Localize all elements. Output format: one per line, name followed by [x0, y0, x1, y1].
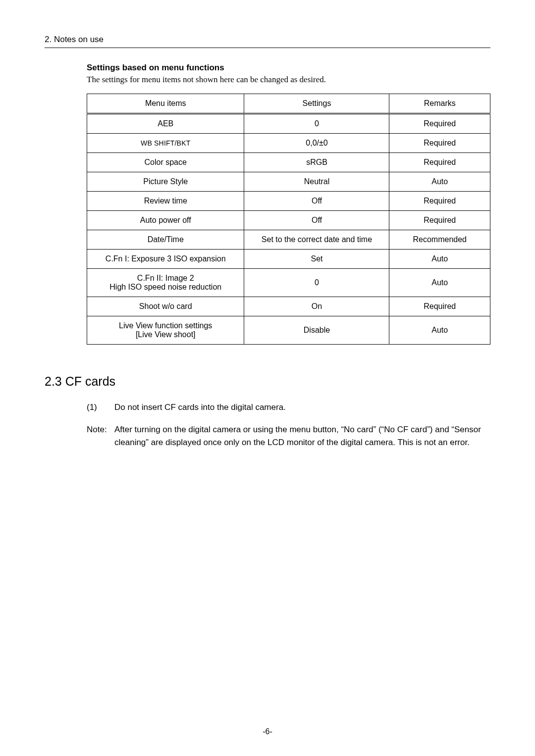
numbered-item: (1) Do not insert CF cards into the digi… — [87, 403, 490, 412]
cell-setting: Off — [244, 211, 389, 230]
item-text: Do not insert CF cards into the digital … — [114, 403, 286, 412]
cell-menu: Review time — [87, 192, 244, 211]
cell-menu: Live View function settings[Live View sh… — [87, 316, 244, 345]
table-row: Date/Time Set to the correct date and ti… — [87, 230, 490, 250]
table-row: C.Fn I: Exposure 3 ISO expansion Set Aut… — [87, 250, 490, 269]
cell-remark: Auto — [389, 269, 490, 297]
table-row: Auto power off Off Required — [87, 211, 490, 230]
cell-setting: sRGB — [244, 153, 389, 172]
cell-remark: Auto — [389, 316, 490, 345]
settings-table: Menu items Settings Remarks AEB 0 Requir… — [87, 94, 490, 345]
cell-setting: 0 — [244, 114, 389, 134]
table-row: Color space sRGB Required — [87, 153, 490, 172]
col-header-remarks: Remarks — [389, 94, 490, 114]
cell-menu: Date/Time — [87, 230, 244, 250]
cell-remark: Auto — [389, 250, 490, 269]
table-row: Shoot w/o card On Required — [87, 297, 490, 316]
table-row: AEB 0 Required — [87, 114, 490, 134]
cell-setting: Set to the correct date and time — [244, 230, 389, 250]
cell-menu: C.Fn I: Exposure 3 ISO expansion — [87, 250, 244, 269]
item-number: (1) — [87, 403, 114, 412]
cell-setting: Disable — [244, 316, 389, 345]
cell-remark: Required — [389, 153, 490, 172]
header-rule — [45, 48, 490, 48]
cell-remark: Required — [389, 134, 490, 153]
note-text: After turning on the digital camera or u… — [114, 423, 490, 449]
cell-menu: Auto power off — [87, 211, 244, 230]
note-label: Note: — [87, 423, 114, 449]
page-number-footer: -6- — [0, 727, 535, 736]
cell-remark: Auto — [389, 172, 490, 192]
col-header-settings: Settings — [244, 94, 389, 114]
cell-menu-text: WB SHIFT/BKT — [141, 139, 190, 147]
cell-menu: WB SHIFT/BKT — [87, 134, 244, 153]
cell-remark: Required — [389, 114, 490, 134]
col-header-menu-items: Menu items — [87, 94, 244, 114]
cell-setting: On — [244, 297, 389, 316]
cell-setting: Set — [244, 250, 389, 269]
cell-remark: Required — [389, 297, 490, 316]
table-row: WB SHIFT/BKT 0,0/±0 Required — [87, 134, 490, 153]
note-block: Note: After turning on the digital camer… — [87, 423, 490, 449]
table-row: Live View function settings[Live View sh… — [87, 316, 490, 345]
cell-setting: Neutral — [244, 172, 389, 192]
section-description: The settings for menu items not shown he… — [87, 75, 490, 85]
cell-menu: Shoot w/o card — [87, 297, 244, 316]
cell-remark: Recommended — [389, 230, 490, 250]
table-row: Picture Style Neutral Auto — [87, 172, 490, 192]
cell-setting: Off — [244, 192, 389, 211]
cell-menu: AEB — [87, 114, 244, 134]
cell-menu: Picture Style — [87, 172, 244, 192]
section-heading: Settings based on menu functions — [87, 63, 490, 73]
table-row: C.Fn II: Image 2High ISO speed noise red… — [87, 269, 490, 297]
subsection-title: 2.3 CF cards — [45, 374, 490, 389]
cell-remark: Required — [389, 211, 490, 230]
table-row: Review time Off Required — [87, 192, 490, 211]
cell-menu: C.Fn II: Image 2High ISO speed noise red… — [87, 269, 244, 297]
table-header-row: Menu items Settings Remarks — [87, 94, 490, 114]
cell-menu: Color space — [87, 153, 244, 172]
cell-remark: Required — [389, 192, 490, 211]
cell-setting: 0,0/±0 — [244, 134, 389, 153]
page-header-title: 2. Notes on use — [45, 35, 490, 45]
cell-setting: 0 — [244, 269, 389, 297]
